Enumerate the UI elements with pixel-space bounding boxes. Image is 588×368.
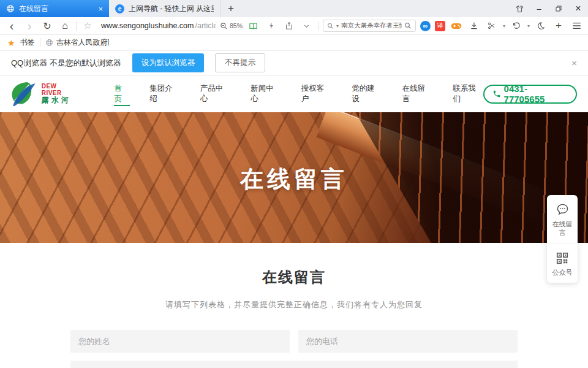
nav-item-group-intro[interactable]: 集团介绍 [149,75,180,112]
hero-title: 在线留言 [0,164,588,195]
globe-icon [6,4,15,13]
hero-banner: 在线留言 [0,112,588,243]
logo-text: DEW RIVER 露水河 [42,83,79,104]
search-input[interactable]: ▾ 南京大屠杀幸存者王恒逝世 [323,20,416,32]
flash-lightning-icon[interactable] [265,19,278,33]
close-window-button[interactable]: × [568,0,588,17]
nav-item-home[interactable]: 首页 [114,75,129,112]
menu-icon[interactable] [570,19,583,33]
logo-text-cn: 露水河 [42,96,79,104]
widget-message-button[interactable]: 在线留言 [547,195,578,243]
divider [318,21,318,31]
bookmarks-bar: ★ 书签 吉林省人民政府国 [0,35,588,51]
search-icon [327,23,334,29]
site-header: DEW RIVER 露水河 首页 集团介绍 产品中心 新闻中心 授权客户 党的建… [0,75,588,112]
phone-number-pill[interactable]: 0431-77705655 [483,85,577,104]
zoom-out-icon [220,22,228,30]
tab-nav-page[interactable]: e 上网导航 - 轻快上网 从这里开始 [109,0,221,17]
url-path: /article/contact.html [195,21,215,30]
message-form-section: 在线留言 请填写下列表格，并尽量提供完整正确信息，我们将有专人为您回复 [0,243,588,368]
qrcode-icon [556,251,569,265]
gamepad-icon[interactable] [450,19,463,33]
translate-icon[interactable]: 译 [435,21,445,31]
zoom-control[interactable]: 85% [220,22,243,30]
message-bubble-icon [556,202,570,217]
window-controls: – × [510,0,588,17]
globe-icon [45,39,53,47]
screenshot-scissors-icon[interactable] [485,19,499,33]
share-icon[interactable] [282,19,296,33]
tab-title: 上网导航 - 轻快上网 从这里开始 [129,4,214,14]
chevron-down-icon[interactable] [300,19,314,33]
tab-current[interactable]: 在线留言 × [0,0,109,17]
divider [76,21,77,31]
phone-number: 0431-77705655 [504,83,568,104]
url-domain: www.sengonglushuihe.com [101,21,194,30]
tab-bar: 在线留言 × e 上网导航 - 轻快上网 从这里开始 + – × [0,0,588,17]
dewriver-leaf-logo-icon [7,80,39,108]
history-caret-icon[interactable]: ▾ [527,23,530,29]
nav-item-message[interactable]: 在线留言 [402,75,433,112]
bookmarks-label[interactable]: 书签 [20,37,35,48]
nav-item-news[interactable]: 新闻中心 [251,75,281,112]
address-toolbar: ‹ › ↻ ⌂ ☆ www.sengonglushuihe.com /artic… [0,17,588,35]
search-go-icon[interactable] [404,22,412,29]
restore-button[interactable] [549,0,568,17]
bookmark-item[interactable]: 吉林省人民政府国 [45,37,109,48]
floating-widget: 在线留言 公众号 [547,195,578,283]
download-icon[interactable] [467,19,481,33]
dont-remind-button[interactable]: 不再提示 [215,53,265,72]
default-browser-notification: QQ浏览器 不是您的默认浏览器 设为默认浏览器 不再提示 × [0,51,588,75]
qq-account-icon[interactable]: ∞ [420,21,431,31]
form-subtitle: 请填写下列表格，并尽量提供完整正确信息，我们将有专人为您回复 [0,299,588,310]
logo-text-en: DEW RIVER [42,83,79,96]
divider [40,38,40,47]
zoom-level: 85% [230,22,243,29]
add-extension-icon[interactable]: + [552,19,565,33]
nav-item-products[interactable]: 产品中心 [200,75,231,112]
history-undo-icon[interactable] [510,19,523,33]
tab-title: 在线留言 [19,4,94,14]
form-title: 在线留言 [0,243,588,287]
notification-message: QQ浏览器 不是您的默认浏览器 [11,58,121,69]
night-mode-moon-icon[interactable] [534,19,548,33]
tab-close-icon[interactable]: × [98,4,103,13]
notification-close-icon[interactable]: × [571,58,577,68]
widget-qrcode-label: 公众号 [552,269,573,277]
bookmarks-star-icon[interactable]: ★ [7,38,15,48]
search-engine-caret-icon[interactable]: ▾ [336,23,339,29]
scissors-caret-icon[interactable]: ▾ [503,23,505,29]
widget-qrcode-button[interactable]: 公众号 [547,243,578,283]
bookmark-star-icon[interactable]: ☆ [81,19,94,33]
site-logo[interactable]: DEW RIVER 露水河 [7,80,78,108]
nav-page-favicon: e [115,4,124,13]
home-button[interactable]: ⌂ [58,19,72,33]
browser-window: 在线留言 × e 上网导航 - 轻快上网 从这里开始 + – × ‹ › [0,0,588,368]
forward-button[interactable]: › [23,19,36,33]
reading-mode-icon[interactable] [247,19,260,33]
nav-item-contact[interactable]: 联系我们 [453,75,483,112]
skin-theme-button[interactable] [510,0,529,17]
message-form [70,330,518,368]
nav-item-party[interactable]: 党的建设 [352,75,382,112]
reload-button[interactable]: ↻ [40,19,54,33]
nav-item-clients[interactable]: 授权客户 [301,75,332,112]
search-hot-query: 南京大屠杀幸存者王恒逝世 [341,21,402,30]
minimize-button[interactable]: – [529,0,549,17]
url-field[interactable]: www.sengonglushuihe.com /article/contact… [99,21,216,30]
message-content-field[interactable] [70,361,518,368]
back-button[interactable]: ‹ [5,19,18,33]
phone-field[interactable] [298,330,518,353]
set-default-browser-button[interactable]: 设为默认浏览器 [132,53,205,72]
phone-icon [492,90,501,98]
widget-message-label: 在线留言 [549,220,575,237]
new-tab-button[interactable]: + [221,0,241,17]
bookmark-label: 吉林省人民政府国 [56,37,109,48]
main-nav: 首页 集团介绍 产品中心 新闻中心 授权客户 党的建设 在线留言 联系我们 [114,75,483,112]
name-field[interactable] [70,330,290,353]
